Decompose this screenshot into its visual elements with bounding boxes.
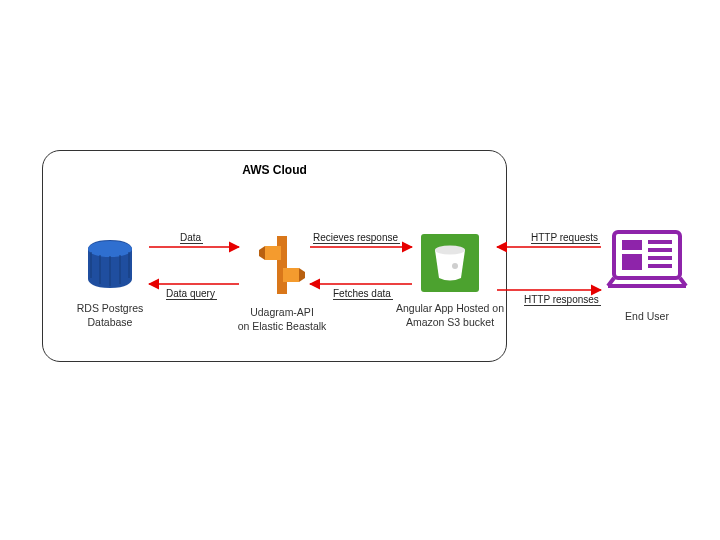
node-s3-caption-l1: Angular App Hosted on bbox=[396, 302, 504, 314]
label-fetches-data: Fetches data bbox=[333, 288, 393, 300]
node-end-user: End User bbox=[597, 226, 697, 324]
node-rds-caption-l1: RDS Postgres bbox=[77, 302, 144, 314]
svg-rect-1 bbox=[277, 236, 287, 294]
rds-postgres-icon bbox=[80, 234, 140, 294]
node-s3: Angular App Hosted on Amazon S3 bucket bbox=[390, 232, 510, 329]
svg-point-0 bbox=[88, 241, 132, 257]
node-api: Udagram-API on Elastic Beastalk bbox=[232, 232, 332, 333]
node-end-user-caption: End User bbox=[597, 310, 697, 324]
node-api-caption: Udagram-API on Elastic Beastalk bbox=[232, 306, 332, 333]
s3-bucket-icon bbox=[419, 232, 481, 294]
diagram-stage: AWS Cloud RDS Postgres Database bbox=[0, 0, 720, 540]
node-rds-caption-l2: Database bbox=[88, 316, 133, 328]
node-api-caption-l2: on Elastic Beastalk bbox=[238, 320, 327, 332]
label-data-query: Data query bbox=[166, 288, 217, 300]
node-s3-caption-l2: Amazon S3 bucket bbox=[406, 316, 494, 328]
node-api-caption-l1: Udagram-API bbox=[250, 306, 314, 318]
svg-rect-14 bbox=[648, 256, 672, 260]
svg-rect-10 bbox=[622, 240, 642, 250]
svg-point-7 bbox=[435, 246, 465, 255]
svg-rect-11 bbox=[622, 254, 642, 270]
svg-rect-3 bbox=[283, 268, 299, 282]
label-http-requests: HTTP requests bbox=[531, 232, 600, 244]
svg-marker-4 bbox=[259, 246, 265, 260]
label-http-responses: HTTP responses bbox=[524, 294, 601, 306]
label-recieves-response: Recieves response bbox=[313, 232, 400, 244]
laptop-icon bbox=[600, 226, 694, 302]
node-rds: RDS Postgres Database bbox=[70, 234, 150, 329]
svg-rect-13 bbox=[648, 248, 672, 252]
svg-rect-15 bbox=[648, 264, 672, 268]
svg-point-8 bbox=[452, 263, 458, 269]
node-s3-caption: Angular App Hosted on Amazon S3 bucket bbox=[390, 302, 510, 329]
node-end-user-caption-l1: End User bbox=[625, 310, 669, 322]
node-rds-caption: RDS Postgres Database bbox=[70, 302, 150, 329]
svg-rect-12 bbox=[648, 240, 672, 244]
aws-cloud-title: AWS Cloud bbox=[43, 163, 506, 177]
elastic-beanstalk-icon bbox=[247, 232, 317, 298]
svg-marker-5 bbox=[299, 268, 305, 282]
svg-rect-2 bbox=[265, 246, 281, 260]
label-data: Data bbox=[180, 232, 203, 244]
